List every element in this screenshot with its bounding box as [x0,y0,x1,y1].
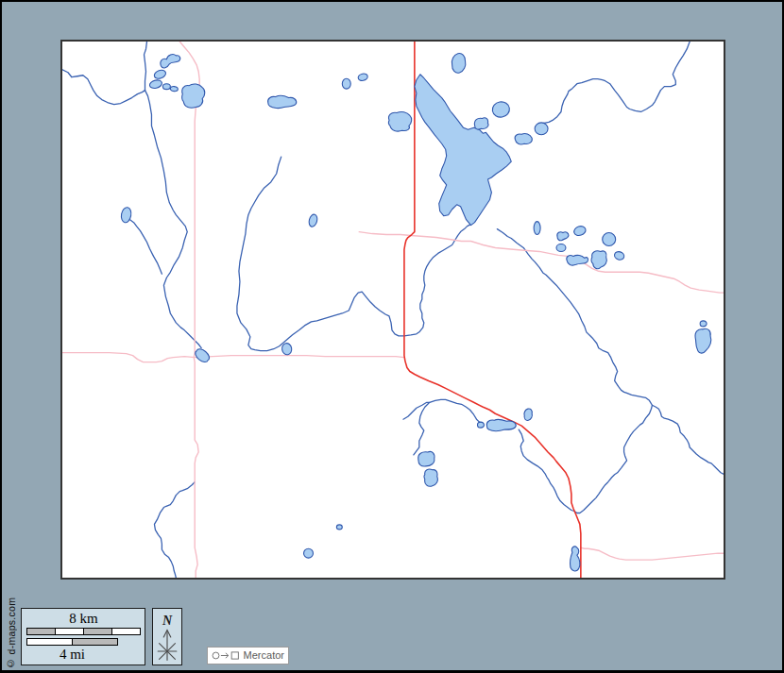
lake [162,84,170,90]
circle-icon [213,652,219,659]
river [130,220,162,275]
scale-bar-panel: 8 km 4 mi [21,608,145,665]
lakes-layer [121,54,710,571]
lake [149,80,162,89]
secondary-road [62,353,404,362]
lake [161,54,180,67]
d-maps-blank-map-page: { "page": { "background": "#93a7b4", "fr… [0,0,784,673]
scale-bar-km [26,628,141,635]
lake [170,87,178,92]
river [497,229,724,475]
lake [492,102,509,117]
river [519,405,652,513]
scale-segment [56,629,84,634]
lake [486,419,516,430]
north-arrow-icon [158,630,177,660]
projection-icons [212,649,241,662]
lake [154,70,165,78]
lake [336,525,342,530]
river [62,70,145,105]
lake [603,233,616,246]
projection-box: Mercator [207,647,289,665]
scale-segment [27,629,56,634]
secondary-road [359,232,724,294]
secondary-road [581,547,724,560]
lake [524,409,532,420]
lake [388,111,411,131]
lake [358,74,367,80]
river [145,42,147,91]
projection-label: Mercator [244,650,284,661]
lake [309,214,317,227]
river [145,91,202,348]
square-icon [231,652,238,659]
lake [615,252,624,261]
lake [574,227,586,236]
secondary-road [179,42,199,578]
lake [452,54,465,74]
lake [424,469,437,486]
lake [477,422,484,428]
river [539,42,690,124]
arrow-right-icon [221,653,229,658]
lake [534,222,540,235]
map-canvas [60,40,725,580]
scale-segment [84,629,112,634]
lake [418,451,435,466]
scale-segment [112,629,140,634]
lake [342,78,350,89]
compass-rose: N [153,609,181,665]
lake [695,328,711,353]
scale-segment [73,639,117,645]
lake [557,232,569,241]
river [403,402,430,455]
lake [700,321,707,327]
river [154,482,195,578]
lake [182,84,205,108]
watermark: © d-maps.com [3,593,19,673]
map-svg [62,42,724,578]
scale-segment [27,639,73,645]
lake [282,344,292,355]
lake [591,251,606,269]
scale-mi-label: 4 mi [26,647,118,663]
lake [515,134,532,144]
lake [196,349,210,362]
river [237,157,471,351]
lake [268,96,297,109]
compass-panel: N [152,608,182,665]
lake [304,548,314,558]
lake [571,547,580,571]
lake [556,244,566,251]
scale-km-label: 8 km [26,611,141,627]
lake [535,123,548,135]
scale-bar-mi [26,638,118,646]
north-label: N [162,613,173,628]
lake [121,208,130,223]
lake [415,75,511,226]
lake [474,118,488,129]
